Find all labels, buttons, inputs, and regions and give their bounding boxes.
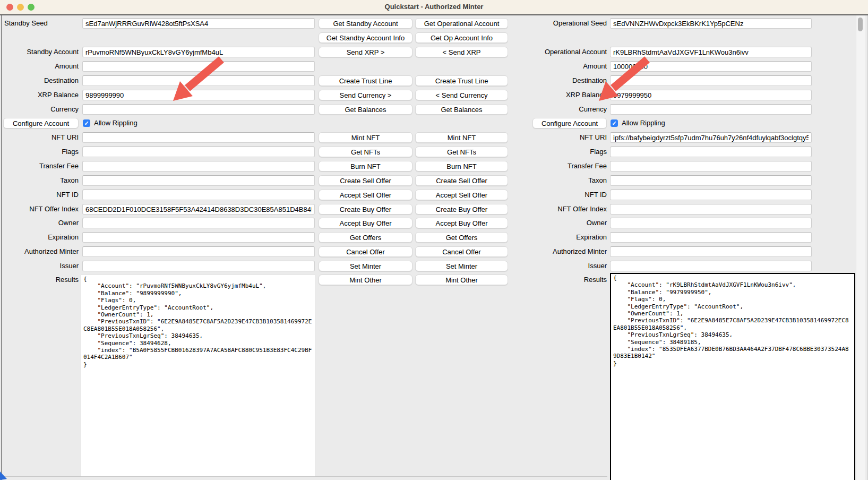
standby-accept-sell-offer-button[interactable]: Accept Sell Offer: [319, 190, 412, 200]
operational-results-label: Results: [501, 275, 607, 285]
standby-results-label: Results: [3, 275, 79, 285]
standby-configure-account-button[interactable]: Configure Account: [3, 118, 79, 128]
get-standby-account-info-button[interactable]: Get Standby Account Info: [319, 32, 412, 43]
operational-get-balances-button[interactable]: Get Balances: [415, 104, 508, 115]
standby-transfer-fee-input[interactable]: [82, 161, 315, 172]
standby-nft-offer-index-input[interactable]: [82, 204, 315, 215]
operational-account-input[interactable]: [610, 47, 812, 57]
operational-authorized-minter-label: Authorized Minter: [501, 246, 607, 257]
operational-issuer-input[interactable]: [610, 261, 812, 271]
row-account-info: Get Standby Account Info Get Op Account …: [0, 32, 868, 43]
row-seed: Standby Seed Get Standby Account Get Ope…: [0, 18, 868, 29]
standby-expiration-input[interactable]: [82, 232, 315, 243]
operational-flags-label: Flags: [501, 147, 607, 157]
standby-set-minter-button[interactable]: Set Minter: [319, 261, 412, 271]
standby-taxon-input[interactable]: [82, 175, 315, 186]
operational-cancel-offer-button[interactable]: Cancel Offer: [415, 246, 508, 257]
operational-allow-rippling-label: Allow Rippling: [622, 118, 665, 128]
window-title: Quickstart - Authorized Minter: [0, 0, 868, 14]
standby-create-buy-offer-button[interactable]: Create Buy Offer: [319, 204, 412, 215]
operational-taxon-label: Taxon: [501, 175, 607, 186]
get-op-account-info-button[interactable]: Get Op Account Info: [415, 32, 508, 43]
operational-nft-id-input[interactable]: [610, 190, 812, 200]
operational-xrp-balance-label: XRP Balance: [501, 90, 607, 100]
standby-issuer-input[interactable]: [82, 261, 315, 271]
standby-get-nfts-button[interactable]: Get NFTs: [319, 147, 412, 157]
standby-accept-buy-offer-button[interactable]: Accept Buy Offer: [319, 218, 412, 228]
standby-owner-input[interactable]: [82, 218, 315, 228]
standby-results-textarea[interactable]: { "Account": "rPuvmoRNf5WNByuxCkLY8vGY6y…: [81, 275, 315, 477]
standby-send-currency-button[interactable]: Send Currency >: [319, 90, 412, 100]
standby-account-input[interactable]: [82, 47, 315, 57]
vertical-scrollbar-track[interactable]: [856, 15, 865, 480]
standby-account-label: Standby Account: [3, 47, 79, 57]
standby-taxon-label: Taxon: [3, 175, 79, 186]
standby-send-xrp-button[interactable]: Send XRP >: [319, 47, 412, 57]
get-standby-account-button[interactable]: Get Standby Account: [319, 18, 412, 29]
operational-set-minter-button[interactable]: Set Minter: [415, 261, 508, 271]
standby-allow-rippling-label: Allow Rippling: [94, 118, 137, 128]
operational-taxon-input[interactable]: [610, 175, 812, 186]
operational-currency-input[interactable]: [610, 104, 812, 115]
row-currency: Currency Get Balances Get Balances Curre…: [0, 104, 868, 115]
operational-owner-input[interactable]: [610, 218, 812, 228]
standby-authorized-minter-input[interactable]: [82, 246, 315, 257]
window-frame-divider: [0, 14, 868, 15]
operational-mint-nft-button[interactable]: Mint NFT: [415, 132, 508, 143]
operational-authorized-minter-input[interactable]: [610, 246, 812, 257]
operational-create-sell-offer-button[interactable]: Create Sell Offer: [415, 175, 508, 186]
operational-results-textarea[interactable]: { "Account": "rK9LBRhStdmtAaVdJXGVF1LnKW…: [610, 273, 855, 480]
vertical-scrollbar-thumb[interactable]: [858, 18, 863, 31]
operational-accept-sell-offer-button[interactable]: Accept Sell Offer: [415, 190, 508, 200]
get-operational-account-button[interactable]: Get Operational Account: [415, 18, 508, 29]
standby-get-balances-button[interactable]: Get Balances: [319, 104, 412, 115]
operational-send-currency-button[interactable]: < Send Currency: [415, 90, 508, 100]
standby-get-offers-button[interactable]: Get Offers: [319, 232, 412, 243]
operational-nft-uri-input[interactable]: [610, 132, 812, 143]
minimize-button-icon[interactable]: [17, 4, 24, 11]
standby-burn-nft-button[interactable]: Burn NFT: [319, 161, 412, 172]
operational-create-buy-offer-button[interactable]: Create Buy Offer: [415, 204, 508, 215]
operational-get-offers-button[interactable]: Get Offers: [415, 232, 508, 243]
standby-mint-nft-button[interactable]: Mint NFT: [319, 132, 412, 143]
operational-accept-buy-offer-button[interactable]: Accept Buy Offer: [415, 218, 508, 228]
row-amount: Amount Amount: [0, 61, 868, 72]
standby-create-sell-offer-button[interactable]: Create Sell Offer: [319, 175, 412, 186]
standby-amount-label: Amount: [3, 61, 79, 72]
standby-create-trust-line-button[interactable]: Create Trust Line: [319, 75, 412, 86]
cursor-icon: [0, 472, 8, 480]
operational-nft-offer-index-input[interactable]: [610, 204, 812, 215]
operational-configure-account-button[interactable]: Configure Account: [532, 118, 607, 128]
standby-currency-input[interactable]: [82, 104, 315, 115]
row-taxon: Taxon Create Sell Offer Create Sell Offe…: [0, 175, 868, 186]
standby-nft-uri-input[interactable]: [82, 132, 315, 143]
row-authorized-minter: Authorized Minter Cancel Offer Cancel Of…: [0, 246, 868, 257]
operational-mint-other-button[interactable]: Mint Other: [415, 275, 508, 285]
row-xrp-balance: XRP Balance Send Currency > < Send Curre…: [0, 90, 868, 100]
standby-allow-rippling-checkbox[interactable]: [83, 119, 90, 127]
standby-cancel-offer-button[interactable]: Cancel Offer: [319, 246, 412, 257]
operational-flags-input[interactable]: [610, 147, 812, 157]
operational-send-xrp-button[interactable]: < Send XRP: [415, 47, 508, 57]
operational-get-nfts-button[interactable]: Get NFTs: [415, 147, 508, 157]
row-transfer-fee: Transfer Fee Burn NFT Burn NFT Transfer …: [0, 161, 868, 172]
operational-burn-nft-button[interactable]: Burn NFT: [415, 161, 508, 172]
red-arrow-standby-balance-icon: [170, 56, 226, 101]
zoom-button-icon[interactable]: [28, 4, 35, 11]
row-nft-id: NFT ID Accept Sell Offer Accept Sell Off…: [0, 190, 868, 200]
standby-seed-input[interactable]: [82, 18, 315, 29]
operational-allow-rippling-checkbox[interactable]: [611, 119, 618, 127]
standby-xrp-balance-label: XRP Balance: [3, 90, 79, 100]
standby-mint-other-button[interactable]: Mint Other: [319, 275, 412, 285]
close-button-icon[interactable]: [6, 4, 13, 11]
red-arrow-operational-balance-icon: [596, 56, 651, 101]
row-destination: Destination Create Trust Line Create Tru…: [0, 75, 868, 86]
window-bottom-edge: [2, 476, 607, 477]
operational-create-trust-line-button[interactable]: Create Trust Line: [415, 75, 508, 86]
operational-transfer-fee-input[interactable]: [610, 161, 812, 172]
operational-owner-label: Owner: [501, 218, 607, 228]
standby-nft-id-input[interactable]: [82, 190, 315, 200]
operational-expiration-input[interactable]: [610, 232, 812, 243]
standby-flags-input[interactable]: [82, 147, 315, 157]
operational-seed-input[interactable]: [610, 18, 812, 29]
